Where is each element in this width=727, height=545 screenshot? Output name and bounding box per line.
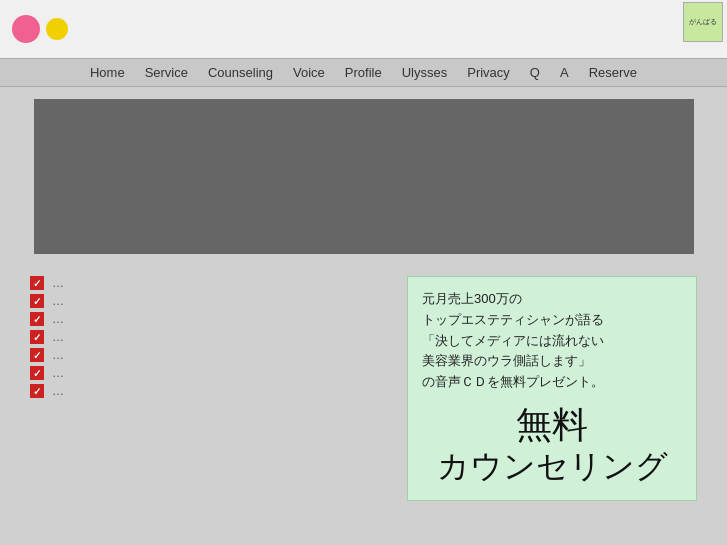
promo-free-label: 無料 xyxy=(422,403,682,446)
nav-item-a[interactable]: A xyxy=(550,63,579,82)
nav-item-service[interactable]: Service xyxy=(135,63,198,82)
checkbox-icon xyxy=(30,384,44,398)
nav-item-home[interactable]: Home xyxy=(80,63,135,82)
main-nav: HomeServiceCounselingVoiceProfileUlysses… xyxy=(0,58,727,87)
main-content: ………………… 元月売上300万の トップエステティシャンが語る 「決してメディ… xyxy=(0,266,727,511)
list-item: … xyxy=(30,366,190,380)
corner-badge-text: がんばる xyxy=(689,18,717,26)
list-item-text: … xyxy=(52,330,64,344)
logo-circle-pink xyxy=(12,15,40,43)
checkbox-icon xyxy=(30,366,44,380)
spacer xyxy=(210,276,387,501)
list-item-text: … xyxy=(52,384,64,398)
checkbox-icon xyxy=(30,276,44,290)
logo-area xyxy=(12,15,68,43)
checkbox-icon xyxy=(30,294,44,308)
promo-counseling-label: カウンセリング xyxy=(422,446,682,488)
list-item-text: … xyxy=(52,312,64,326)
list-item-text: … xyxy=(52,366,64,380)
promo-top-text: 元月売上300万の トップエステティシャンが語る 「決してメディアには流れない … xyxy=(422,289,682,393)
nav-item-profile[interactable]: Profile xyxy=(335,63,392,82)
list-item: … xyxy=(30,294,190,308)
list-item: … xyxy=(30,348,190,362)
nav-item-voice[interactable]: Voice xyxy=(283,63,335,82)
corner-badge: がんばる xyxy=(683,2,723,42)
list-item: … xyxy=(30,384,190,398)
logo-circle-yellow xyxy=(46,18,68,40)
checkbox-icon xyxy=(30,330,44,344)
header: がんばる xyxy=(0,0,727,58)
nav-item-q[interactable]: Q xyxy=(520,63,550,82)
list-area: ………………… xyxy=(30,276,190,501)
list-item-text: … xyxy=(52,294,64,308)
checkbox-icon xyxy=(30,348,44,362)
promo-area: 元月売上300万の トップエステティシャンが語る 「決してメディアには流れない … xyxy=(407,276,697,501)
nav-item-counseling[interactable]: Counseling xyxy=(198,63,283,82)
hero-image xyxy=(34,99,694,254)
list-item-text: … xyxy=(52,276,64,290)
list-item: … xyxy=(30,312,190,326)
nav-item-privacy[interactable]: Privacy xyxy=(457,63,520,82)
checkbox-icon xyxy=(30,312,44,326)
list-item: … xyxy=(30,330,190,344)
nav-item-reserve[interactable]: Reserve xyxy=(579,63,647,82)
list-item: … xyxy=(30,276,190,290)
nav-item-ulysses[interactable]: Ulysses xyxy=(392,63,458,82)
list-item-text: … xyxy=(52,348,64,362)
